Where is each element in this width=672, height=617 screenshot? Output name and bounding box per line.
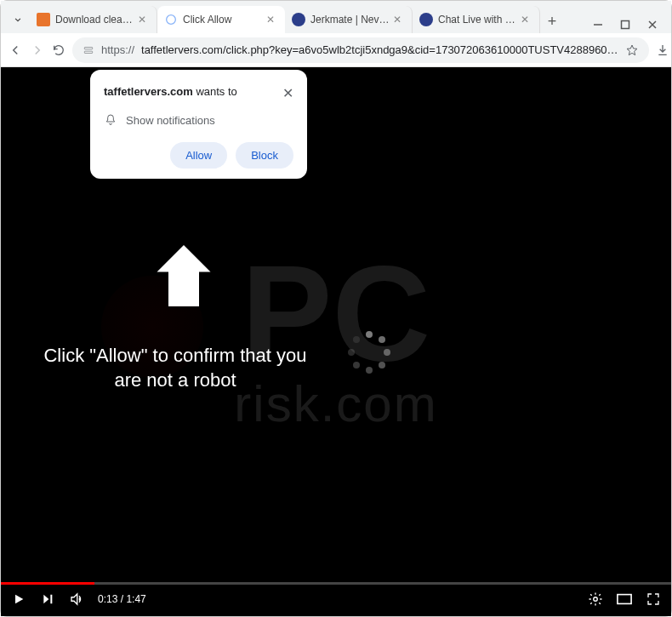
- theater-button[interactable]: [617, 591, 632, 607]
- tab-title: Download clean Tor: [55, 14, 134, 26]
- svg-rect-2: [622, 21, 629, 29]
- permission-item-label: Show notifications: [126, 114, 215, 127]
- block-button[interactable]: Block: [236, 142, 293, 169]
- tab-title: Click Allow: [183, 14, 263, 26]
- tab-item[interactable]: Chat Live with Hot C ✕: [413, 6, 540, 33]
- tab-strip: Download clean Tor ✕ Click Allow ✕ Jerkm…: [1, 1, 671, 33]
- watermark: PC risk.com: [1, 251, 671, 432]
- close-button[interactable]: [647, 18, 658, 33]
- url-scheme: https://: [101, 43, 134, 56]
- url-field[interactable]: https://taffetlervers.com/click.php?key=…: [72, 37, 649, 63]
- minimize-button[interactable]: [593, 18, 603, 33]
- scam-instruction-text: Click "Allow" to confirm that you are no…: [39, 344, 311, 392]
- browser-window: Download clean Tor ✕ Click Allow ✕ Jerkm…: [0, 0, 672, 617]
- address-bar: https://taffetlervers.com/click.php?key=…: [1, 33, 671, 67]
- forward-button[interactable]: [30, 38, 45, 62]
- next-button[interactable]: [40, 591, 55, 607]
- maximize-button[interactable]: [620, 18, 630, 33]
- tab-item-active[interactable]: Click Allow ✕: [157, 6, 285, 33]
- settings-button[interactable]: [588, 591, 603, 607]
- video-time: 0:13 / 1:47: [98, 593, 146, 605]
- tab-title: Jerkmate | Never je: [310, 14, 390, 26]
- favicon: [419, 13, 433, 26]
- tab-close-icon[interactable]: ✕: [138, 14, 150, 26]
- svg-rect-3: [84, 47, 92, 49]
- svg-rect-4: [84, 51, 92, 53]
- video-controls-bar: 0:13 / 1:47: [1, 582, 671, 616]
- tab-close-icon[interactable]: ✕: [521, 14, 532, 26]
- loading-spinner: [348, 331, 390, 374]
- tab-title: Chat Live with Hot C: [438, 14, 517, 26]
- arrow-up-graphic: [145, 237, 222, 317]
- tab-item[interactable]: Download clean Tor ✕: [30, 6, 157, 33]
- star-icon[interactable]: [625, 43, 639, 57]
- page-content: PC risk.com Click "Allow" to confirm tha…: [1, 67, 671, 616]
- permission-title: taffetlervers.com wants to: [104, 85, 237, 98]
- tab-close-icon[interactable]: ✕: [266, 14, 278, 26]
- tab-item[interactable]: Jerkmate | Never je ✕: [285, 6, 413, 33]
- back-button[interactable]: [8, 38, 23, 62]
- site-settings-icon[interactable]: [83, 44, 94, 56]
- url-text: taffetlervers.com/click.php?key=a6vo5wlb…: [141, 43, 618, 56]
- window-controls: [593, 18, 666, 33]
- svg-rect-11: [618, 595, 631, 604]
- notification-permission-popup: taffetlervers.com wants to ✕ Show notifi…: [90, 70, 307, 179]
- video-progress-fill: [1, 582, 94, 585]
- downloads-button[interactable]: [656, 38, 669, 62]
- reload-button[interactable]: [52, 38, 65, 62]
- favicon: [37, 13, 50, 26]
- tab-close-icon[interactable]: ✕: [393, 14, 405, 26]
- volume-button[interactable]: [69, 591, 84, 607]
- chevron-down-icon: [12, 14, 24, 26]
- fullscreen-button[interactable]: [646, 591, 661, 607]
- favicon: [292, 13, 305, 26]
- tab-search-dropdown[interactable]: [6, 6, 30, 33]
- svg-point-10: [594, 597, 598, 602]
- allow-button[interactable]: Allow: [170, 142, 227, 169]
- favicon: [164, 13, 178, 26]
- bell-icon: [104, 113, 117, 127]
- permission-close-icon[interactable]: ✕: [282, 85, 293, 101]
- svg-point-0: [167, 15, 176, 25]
- play-button[interactable]: [11, 591, 26, 607]
- video-progress-track[interactable]: [1, 582, 671, 585]
- new-tab-button[interactable]: +: [540, 9, 564, 33]
